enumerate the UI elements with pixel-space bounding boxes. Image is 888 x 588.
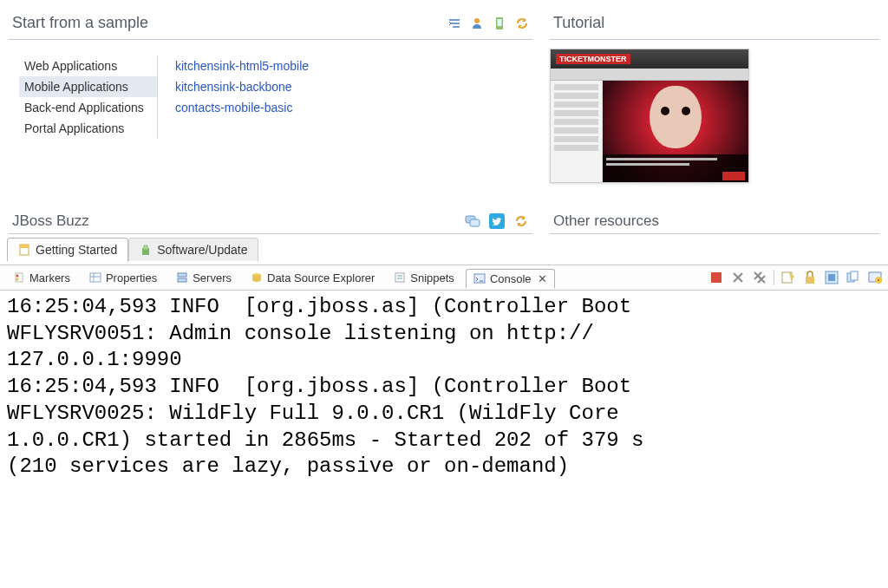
project-list: kitchensink-html5-mobile kitchensink-bac… (175, 56, 522, 139)
category-item-portal[interactable]: Portal Applications (19, 118, 157, 139)
view-label: Data Source Explorer (267, 271, 375, 284)
collapse-icon[interactable] (447, 16, 461, 30)
svg-point-12 (16, 278, 19, 281)
svg-rect-4 (470, 219, 480, 226)
category-item-backend[interactable]: Back-end Applications (19, 97, 157, 118)
view-markers[interactable]: Markers (5, 268, 78, 288)
tutorial-header: Tutorial (550, 9, 879, 40)
refresh-icon[interactable] (515, 16, 529, 30)
terminate-button[interactable] (708, 270, 724, 285)
tutorial-title: Tutorial (553, 14, 604, 32)
view-label: Properties (106, 271, 157, 284)
view-label: Snippets (410, 271, 454, 284)
view-label: Console (490, 272, 532, 285)
refresh-icon[interactable] (513, 213, 529, 229)
svg-rect-23 (711, 272, 722, 283)
other-resources-header: Other resources (550, 209, 879, 234)
console-output[interactable]: 16:25:04,593 INFO [org.jboss.as] (Contro… (0, 291, 888, 484)
buzz-title: JBoss Buzz (12, 212, 89, 230)
project-link[interactable]: kitchensink-html5-mobile (175, 56, 522, 76)
sample-title: Start from a sample (12, 14, 148, 32)
svg-rect-13 (90, 273, 101, 282)
svg-rect-2 (498, 19, 502, 26)
project-link[interactable]: contacts-mobile-basic (175, 97, 522, 118)
sample-body: Web Applications Mobile Applications Bac… (9, 49, 532, 146)
chat-icon[interactable] (465, 213, 480, 229)
tab-software-update[interactable]: Software/Update (128, 238, 258, 261)
phone-icon[interactable] (493, 16, 506, 30)
sample-header-toolbar (447, 16, 529, 30)
tutorial-thumbnail[interactable]: TICKETMONSTER (550, 49, 749, 183)
svg-rect-16 (178, 273, 186, 277)
view-console[interactable]: Console ✕ (466, 269, 555, 289)
page-icon (18, 244, 30, 256)
twitter-icon[interactable] (489, 213, 505, 229)
view-snippets[interactable]: Snippets (386, 268, 462, 288)
view-servers[interactable]: Servers (168, 268, 239, 288)
views-tab-bar: Markers Properties Servers Data Source E… (0, 265, 888, 291)
tutorial-logo: TICKETMONSTER (556, 54, 630, 64)
view-data-source-explorer[interactable]: Data Source Explorer (243, 268, 382, 288)
svg-rect-29 (851, 271, 858, 280)
sample-column: Start from a sample Web Applications (9, 9, 532, 183)
console-icon (473, 272, 486, 284)
tab-label: Getting Started (36, 243, 117, 257)
lower-sections: JBoss Buzz Other resources (0, 209, 888, 234)
dse-icon (251, 271, 263, 284)
user-icon[interactable] (470, 16, 484, 30)
tab-label: Software/Update (157, 243, 247, 257)
scroll-lock-button[interactable] (802, 270, 818, 285)
category-item-web[interactable]: Web Applications (19, 56, 157, 76)
project-link[interactable]: kitchensink-backbone (175, 76, 522, 97)
snippets-icon (394, 271, 406, 284)
properties-icon (89, 271, 101, 284)
view-properties[interactable]: Properties (82, 268, 165, 288)
welcome-panel: Start from a sample Web Applications (0, 0, 888, 183)
svg-point-0 (474, 18, 480, 23)
editor-tabs: Getting Started Software/Update (0, 238, 888, 261)
svg-rect-10 (16, 273, 23, 282)
separator (774, 270, 774, 285)
view-label: Markers (29, 271, 70, 284)
close-icon[interactable]: ✕ (538, 272, 547, 285)
other-title: Other resources (553, 212, 659, 229)
tab-getting-started[interactable]: Getting Started (7, 238, 128, 261)
view-label: Servers (193, 271, 232, 284)
svg-point-9 (143, 245, 148, 250)
svg-rect-17 (178, 278, 186, 282)
svg-rect-27 (828, 274, 835, 281)
svg-point-11 (16, 275, 19, 278)
display-selected-button[interactable] (846, 270, 861, 285)
category-list: Web Applications Mobile Applications Bac… (19, 56, 158, 139)
server-icon (140, 244, 152, 256)
pin-console-button[interactable] (824, 270, 839, 285)
console-toolbar (708, 270, 883, 285)
svg-rect-7 (20, 245, 29, 248)
clear-console-button[interactable] (780, 270, 796, 285)
svg-rect-19 (395, 273, 404, 282)
svg-rect-25 (806, 277, 814, 284)
buzz-header: JBoss Buzz (9, 209, 532, 234)
remove-launch-button[interactable] (730, 270, 746, 285)
tutorial-column: Tutorial TICKETMONSTER (550, 9, 879, 183)
servers-icon (176, 271, 188, 284)
markers-icon (13, 271, 25, 284)
category-item-mobile[interactable]: Mobile Applications (19, 76, 157, 97)
sample-header: Start from a sample (9, 9, 532, 40)
remove-all-button[interactable] (752, 270, 767, 285)
open-console-button[interactable] (867, 270, 883, 285)
